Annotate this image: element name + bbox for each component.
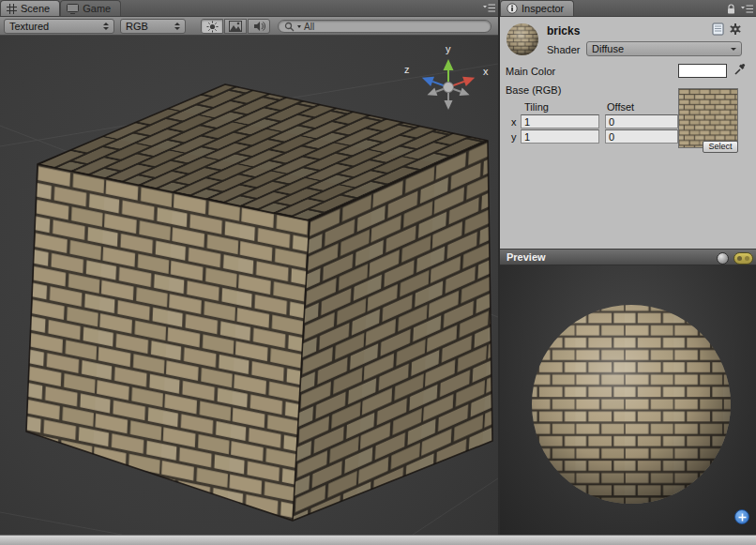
eyedropper-icon[interactable] — [733, 62, 746, 77]
game-monitor-icon — [67, 4, 79, 14]
tiling-header: Tiling — [524, 101, 549, 113]
speaker-icon — [253, 21, 265, 32]
tiling-x-input[interactable] — [521, 114, 599, 129]
material-sphere-thumbnail — [506, 23, 539, 56]
pane-menu-icon[interactable] — [741, 4, 753, 14]
base-texture-label: Base (RGB) — [506, 84, 561, 96]
lock-icon[interactable] — [726, 3, 736, 15]
preview-sphere — [526, 299, 736, 509]
scene-orientation-gizmo[interactable]: y x z — [400, 40, 493, 129]
scene-effects-toggle[interactable] — [224, 19, 247, 34]
search-filter-caret-icon[interactable] — [297, 25, 301, 28]
tiling-row-y-label: y — [511, 131, 517, 143]
updown-arrows-icon — [103, 23, 109, 30]
draw-mode-dropdown[interactable]: Textured — [4, 19, 114, 34]
scene-lighting-toggle[interactable] — [201, 19, 223, 34]
texture-thumbnail[interactable] — [678, 88, 738, 148]
preview-title: Preview — [507, 251, 546, 263]
tab-game[interactable]: Game — [60, 0, 121, 16]
offset-header: Offset — [607, 101, 634, 113]
shader-value: Diffuse — [592, 43, 624, 54]
gizmo-x-label: x — [483, 66, 489, 77]
preview-header[interactable]: Preview — [500, 249, 756, 265]
updown-arrows-icon — [174, 23, 180, 30]
add-button[interactable] — [734, 509, 749, 524]
render-channels-label: RGB — [126, 21, 148, 32]
render-channels-dropdown[interactable]: RGB — [120, 19, 186, 34]
scene-viewport[interactable]: y x z — [0, 36, 498, 535]
preview-lighting-toggle[interactable] — [733, 252, 753, 265]
shader-label: Shader — [547, 44, 580, 55]
scene-search-input[interactable]: All — [278, 20, 491, 33]
image-icon — [229, 21, 242, 32]
scene-toolbar: Textured RGB All — [0, 17, 498, 36]
status-bar — [0, 535, 756, 545]
tab-scene[interactable]: Scene — [0, 0, 60, 16]
dropdown-caret-icon — [731, 48, 736, 51]
search-icon — [284, 22, 295, 32]
inspector-info-icon — [507, 3, 518, 14]
main-color-swatch[interactable] — [678, 64, 727, 78]
tab-inspector[interactable]: Inspector — [500, 0, 574, 16]
material-preview[interactable] — [500, 265, 756, 535]
sun-icon — [206, 21, 219, 33]
main-color-label: Main Color — [506, 66, 555, 77]
plus-icon — [738, 513, 747, 522]
tab-inspector-label: Inspector — [522, 3, 564, 14]
gear-icon[interactable] — [729, 23, 743, 36]
scene-audio-toggle[interactable] — [248, 19, 270, 34]
tab-game-label: Game — [83, 3, 111, 14]
gizmo-y-label: y — [446, 43, 451, 54]
offset-x-input[interactable] — [605, 114, 678, 129]
gizmo-z-label: z — [404, 64, 410, 75]
inspector-panel: Inspector bricks Shader Diffuse Main Col… — [500, 0, 756, 535]
help-doc-icon[interactable] — [712, 23, 724, 36]
search-filter-label: All — [304, 22, 314, 32]
scene-panel: Scene Game Textured RGB — [0, 0, 498, 535]
pane-menu-icon[interactable] — [483, 3, 495, 13]
gizmo-center-cube[interactable] — [444, 83, 454, 93]
material-inspector: bricks Shader Diffuse Main Color Base (R… — [500, 17, 756, 249]
scene-grid-icon — [7, 4, 17, 14]
preview-model-toggle[interactable] — [717, 252, 729, 265]
offset-y-input[interactable] — [605, 129, 678, 144]
scene-tabstrip: Scene Game — [0, 0, 498, 17]
draw-mode-label: Textured — [9, 21, 49, 32]
shader-dropdown[interactable]: Diffuse — [586, 41, 742, 56]
unity-editor-window: Scene Game Textured RGB — [0, 0, 756, 545]
tab-scene-label: Scene — [21, 3, 50, 14]
texture-select-button[interactable]: Select — [703, 141, 738, 153]
material-name: bricks — [547, 24, 580, 38]
tiling-row-x-label: x — [511, 116, 517, 128]
inspector-tabstrip: Inspector — [500, 0, 756, 17]
tiling-y-input[interactable] — [521, 129, 599, 144]
